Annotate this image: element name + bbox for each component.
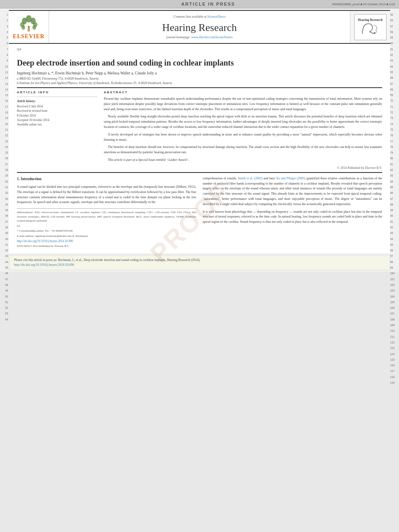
history-label: Article history: (17, 99, 97, 103)
q1-badge: Q1 (17, 224, 21, 228)
copyright: © 2014 Published by Elsevier B.V. (104, 166, 382, 170)
hearing-research-icon (358, 22, 383, 36)
bottom-notice: Please cite this article in press as: Ho… (9, 255, 390, 270)
body-col-right: comprehension of sounds. Smith et al. (2… (203, 176, 382, 249)
abstract-divider (17, 172, 382, 173)
hearing-research-logo: Hearing Research (354, 14, 387, 40)
q1-footnote: Q1 (17, 224, 196, 228)
received-1: Received 3 July 2014 (17, 104, 97, 109)
abstract-heading: ABSTRACT (104, 90, 382, 94)
line-numbers-right-rendered: 5556575859606162636465666768697071727374… (390, 12, 398, 386)
journal-logo-title: Hearing Research (358, 18, 383, 22)
intro-p3-right: It is well known from physiology that — … (203, 210, 382, 225)
journal-logo-box: Hearing Research (350, 11, 390, 43)
contents-available: Contents lists available at ScienceDirec… (174, 15, 226, 18)
svg-rect-9 (28, 29, 30, 31)
received-2: 8 October 2014 (17, 113, 97, 118)
abstract-p1: Present-day cochlear implants demonstrat… (104, 97, 382, 112)
abstract-p2: Newly available flexible long straight e… (104, 114, 382, 129)
svg-point-6 (22, 25, 25, 30)
received-revised: Received in revised form (17, 109, 97, 113)
bottom-doi-link[interactable]: http://dx.doi.org/10.1016/j.heares.2014.… (14, 263, 74, 267)
doi-anchor[interactable]: http://dx.doi.org/10.1016/j.heares.2014.… (17, 239, 73, 243)
abstract-p3: A newly developed set of strategies has … (104, 132, 382, 143)
main-content: ELSEVIER Contents lists available at Sci… (9, 10, 390, 253)
line-numbers-left-rendered: 1234567891011121314151617181920212223242… (1, 12, 8, 322)
q4-section: Q4 (17, 47, 382, 51)
page: ARTICLE IN PRESS HEARES6860_proof ■ 25 O… (0, 0, 399, 272)
abstract-text: Present-day cochlear implants demonstrat… (104, 97, 382, 163)
abstract-p4: The benefits of deep insertion should no… (104, 145, 382, 155)
abstract-column: ABSTRACT Present-day cochlear implants d… (104, 90, 382, 170)
issn-line: 0378-5955/© 2014 Published by Elsevier B… (17, 244, 196, 249)
corresponding-footnote: * Corresponding author. Tel.: +43 664607… (17, 229, 196, 233)
smith-ref[interactable]: Smith et al. (2002) (238, 177, 263, 180)
intro-p1: A sound signal can be divided into two p… (17, 185, 196, 205)
journal-homepage: journal homepage: www.elsevier.com/locat… (167, 35, 233, 39)
info-abstract-columns: ARTICLE INFO Article history: Received 3… (17, 90, 382, 170)
body-col-left: 1. Introduction A sound signal can be di… (17, 176, 196, 249)
body-columns: 1. Introduction A sound signal can be di… (17, 176, 382, 249)
svg-point-7 (33, 25, 36, 30)
journal-header: ELSEVIER Contents lists available at Sci… (9, 10, 390, 44)
article-info-column: ARTICLE INFO Article history: Received 3… (17, 90, 97, 170)
accepted: Accepted 10 October 2014 (17, 118, 97, 122)
doi-link: http://dx.doi.org/10.1016/j.heares.2014.… (17, 239, 196, 243)
sciencedirect-link[interactable]: ScienceDirect (208, 15, 226, 18)
article-body: PROOF Q4 Deep electrode insertion and so… (9, 47, 390, 253)
proof-info: HEARES6860_proof ■ 25 October 2014 ■ 1/1… (332, 2, 395, 6)
intro-heading: 1. Introduction (17, 176, 196, 182)
footnote-section: Abbreviations: EAS, electro-acoustic sti… (17, 208, 196, 249)
q4-badge: Q4 (17, 47, 21, 51)
journal-title: Hearing Research (162, 22, 237, 34)
affiliation-2: b Institute for Ion Physics and Applied … (17, 81, 382, 85)
homepage-link[interactable]: www.elsevier.com/locate/heares (191, 35, 232, 39)
article-title: Deep electrode insertion and sound codin… (17, 58, 382, 68)
elsevier-brand: ELSEVIER (13, 33, 45, 40)
xu-ref[interactable]: Xu and Pfingst (2003) (276, 177, 305, 180)
article-info-heading: ARTICLE INFO (17, 90, 97, 94)
info-divider (17, 97, 97, 97)
article-in-press-label: ARTICLE IN PRESS (84, 2, 332, 6)
email-footnote: E-mail address: ingeborg.hochmair@medel.… (17, 234, 196, 238)
elsevier-tree-icon (18, 14, 40, 33)
intro-p2-right: comprehension of sounds. Smith et al. (2… (203, 176, 382, 207)
available-online: Available online xxx (17, 122, 97, 127)
authors: Ingeborg Hochmair a, *, Erwin Hochmair b… (17, 71, 382, 75)
elsevier-logo: ELSEVIER (9, 11, 49, 43)
abbreviations-footnote: Abbreviations: EAS, electro-acoustic sti… (17, 210, 196, 223)
journal-center: Contents lists available at ScienceDirec… (49, 11, 350, 43)
abstract-p5: This article is part of a Special Issue … (104, 158, 382, 163)
svg-point-8 (28, 27, 30, 29)
header-divider (17, 87, 382, 88)
top-bar: ARTICLE IN PRESS HEARES6860_proof ■ 25 O… (0, 0, 399, 8)
affiliation-1: a MED-EL GmbH, Fürstenweg 77a, A-6020 In… (17, 77, 382, 80)
